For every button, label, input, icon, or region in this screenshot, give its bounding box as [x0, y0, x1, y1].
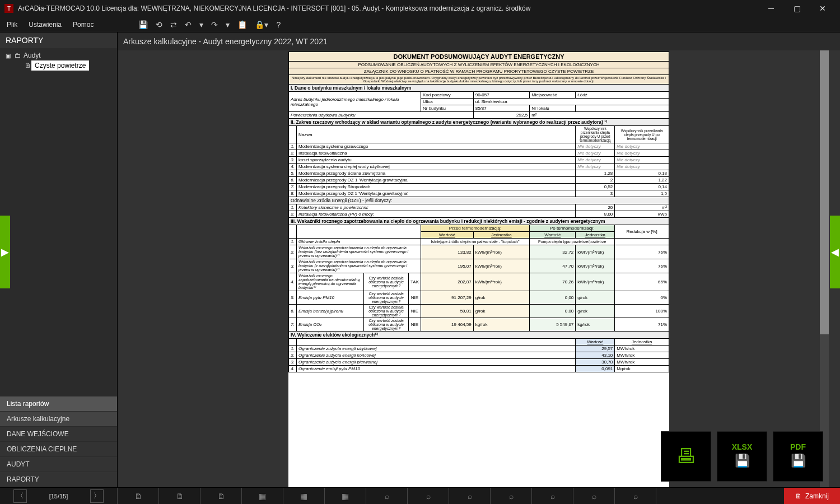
- app-icon: T: [4, 4, 13, 13]
- window-title: ArCADia-TERMOCAD 10.0 Licencja dla: WEWN…: [18, 4, 758, 12]
- export-xlsx-button[interactable]: XLSX 💾: [717, 431, 767, 482]
- bottom-bar: 〈 [15/15] 〉 🗎 🗎 🗎 ▦ ▦ ▦ ⌕ ⌕ ⌕ ⌕ ⌕ ⌕ ⌕ 🗎 …: [0, 487, 840, 504]
- save-icon[interactable]: 💾: [138, 20, 148, 29]
- maximize-button[interactable]: ▢: [784, 0, 810, 17]
- page-indicator: [15/15]: [49, 493, 68, 500]
- nav-lista-raportow[interactable]: Lista raportów: [0, 396, 117, 412]
- tree-selected-label: Czyste powietrze: [35, 62, 86, 69]
- export-buttons: 🖶 XLSX 💾 PDF 💾: [661, 431, 823, 482]
- tree-root-label: Audyt: [24, 52, 41, 59]
- lock-icon[interactable]: 🔒▾: [255, 20, 268, 29]
- redo-dropdown-icon[interactable]: ▾: [226, 20, 230, 29]
- disk-icon: 💾: [791, 454, 806, 468]
- nav-raporty[interactable]: RAPORTY: [0, 472, 117, 487]
- close-label: Zamknij: [805, 492, 829, 500]
- swap-icon[interactable]: ⇄: [170, 20, 177, 29]
- nav-dane[interactable]: DANE WEJŚCIOWE: [0, 427, 117, 442]
- pager: 〈 [15/15] 〉: [0, 488, 118, 504]
- close-icon: 🗎: [795, 492, 802, 500]
- redo-icon[interactable]: ↷: [211, 20, 218, 29]
- toolbar-bottom: 🗎 🗎 🗎 ▦ ▦ ▦ ⌕ ⌕ ⌕ ⌕ ⌕ ⌕ ⌕: [118, 488, 784, 504]
- expand-icon[interactable]: ▣: [6, 53, 12, 59]
- tool-zoom-4[interactable]: ⌕: [491, 488, 532, 504]
- nav-obliczenia[interactable]: OBLICZENIA CIEPLNE: [0, 442, 117, 457]
- nav-list: Lista raportów Arkusze kalkulacyjne DANE…: [0, 396, 117, 487]
- tool-zoom-7[interactable]: ⌕: [615, 488, 656, 504]
- menu-settings[interactable]: Ustawienia: [29, 21, 62, 29]
- minimize-button[interactable]: ─: [758, 0, 784, 17]
- tool-zoom-6[interactable]: ⌕: [573, 488, 615, 504]
- refresh-icon[interactable]: ⟲: [156, 20, 162, 29]
- undo-dropdown-icon[interactable]: ▾: [199, 20, 203, 29]
- close-window-button[interactable]: ✕: [810, 0, 836, 17]
- nav-audyt[interactable]: AUDYT: [0, 457, 117, 472]
- tool-doc-2[interactable]: 🗎: [159, 488, 200, 504]
- tool-table-2[interactable]: ▦: [283, 488, 325, 504]
- titlebar: T ArCADia-TERMOCAD 10.0 Licencja dla: WE…: [0, 0, 840, 17]
- report-document: DOKUMENT PODSUMOWUJĄCY AUDYT ENERGETYCZN…: [288, 52, 669, 487]
- menu-file[interactable]: Plik: [7, 21, 17, 29]
- tool-doc-1[interactable]: 🗎: [118, 488, 159, 504]
- page-next-button[interactable]: 〉: [90, 489, 104, 503]
- menu-help[interactable]: Pomoc: [73, 21, 94, 29]
- vertical-scrollbar[interactable]: [820, 50, 829, 487]
- page-prev-button[interactable]: 〈: [13, 489, 27, 503]
- tool-table-1[interactable]: ▦: [242, 488, 283, 504]
- left-panel-header: RAPORTY: [0, 32, 117, 48]
- report-tree[interactable]: ▣ 🗀 Audyt 🗎 Czyste powietrze: [0, 48, 117, 396]
- folder-icon: 🗀: [15, 52, 21, 59]
- content-area: Arkusze kalkulacyjne - Audyt energetyczn…: [118, 32, 840, 487]
- undo-icon[interactable]: ↶: [185, 20, 192, 29]
- content-header: Arkusze kalkulacyjne - Audyt energetyczn…: [118, 32, 840, 50]
- doc-title: DOKUMENT PODSUMOWUJĄCY AUDYT ENERGETYCZN…: [289, 52, 669, 62]
- tree-root[interactable]: ▣ 🗀 Audyt: [2, 50, 115, 60]
- xlsx-label: XLSX: [732, 442, 753, 451]
- tool-table-3[interactable]: ▦: [325, 488, 366, 504]
- next-page-arrow[interactable]: ◀: [830, 216, 840, 288]
- menubar: Plik Ustawienia Pomoc 💾 ⟲ ⇄ ↶ ▾ ↷ ▾ 📋 🔒▾…: [0, 17, 840, 32]
- prev-page-arrow[interactable]: ▶: [0, 216, 10, 288]
- section-3-header: III. Wskaźniki rocznego zapotrzebowania …: [289, 218, 669, 225]
- section-1-header: I. Dane o budynku mieszkalnym / lokalu m…: [289, 85, 669, 92]
- document-icon: 🗎: [25, 62, 31, 69]
- nav-arkusze[interactable]: Arkusze kalkulacyjne: [0, 412, 117, 427]
- disk-icon: 💾: [735, 454, 750, 468]
- printer-icon: 🖶: [676, 445, 696, 468]
- pdf-label: PDF: [790, 442, 806, 451]
- section-2-header: II. Zakres rzeczowy wchodzący w skład wa…: [289, 119, 669, 126]
- doc-subtitle-1: PODSUMOWANIE OBLICZEŃ AUDYTOWYCH Z WYLIC…: [289, 62, 669, 68]
- document-view[interactable]: DOKUMENT PODSUMOWUJĄCY AUDYT ENERGETYCZN…: [118, 50, 840, 487]
- export-pdf-button[interactable]: PDF 💾: [773, 431, 823, 482]
- help-icon[interactable]: ?: [276, 20, 281, 29]
- tree-selected[interactable]: Czyste powietrze: [31, 60, 89, 71]
- print-button[interactable]: 🖶: [661, 431, 711, 482]
- tool-zoom-3[interactable]: ⌕: [449, 488, 491, 504]
- left-panel: RAPORTY ▣ 🗀 Audyt 🗎 Czyste powietrze Lis…: [0, 32, 118, 487]
- tool-zoom-5[interactable]: ⌕: [532, 488, 573, 504]
- address-label: Adres budynku jednorodzinnego mieszkalne…: [289, 92, 421, 112]
- close-button[interactable]: 🗎 Zamknij: [784, 488, 840, 504]
- doc-subtitle-2: ZAŁĄCZNIK DO WNIOSKU O PŁATNOŚĆ W RAMACH…: [289, 68, 669, 75]
- tool-zoom-1[interactable]: ⌕: [366, 488, 408, 504]
- clipboard-icon[interactable]: 📋: [237, 20, 247, 29]
- tool-doc-3[interactable]: 🗎: [200, 488, 242, 504]
- tool-zoom-2[interactable]: ⌕: [408, 488, 449, 504]
- section-4-header: IV. Wyliczenie efektów ekologicznych⁶⁾: [289, 332, 669, 339]
- doc-fineprint: Niniejszy dokument nie stanowi audytu en…: [289, 75, 669, 85]
